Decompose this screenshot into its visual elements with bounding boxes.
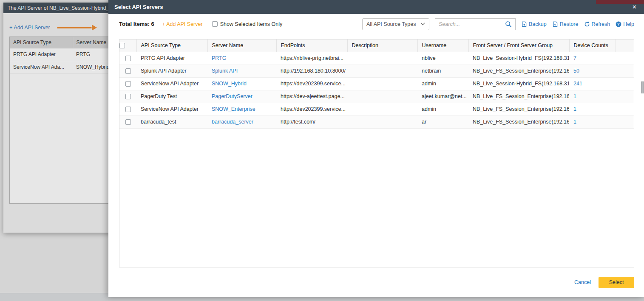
row-checkbox[interactable] — [125, 68, 131, 74]
api-source-type-filter-dropdown[interactable]: All API Source Types — [362, 18, 429, 30]
device-count-link[interactable]: 1 — [573, 106, 576, 112]
help-label: Help — [623, 21, 634, 27]
table-row[interactable]: Splunk API Adapter Splunk API http://192… — [119, 65, 634, 77]
col-description: Description — [347, 39, 417, 52]
table-row[interactable]: PagerDuty Test PagerDutyServer https://d… — [119, 90, 634, 103]
select-all-checkbox[interactable] — [119, 43, 125, 48]
cell-filler — [616, 77, 634, 90]
cell-source-type: barracuda_test — [136, 115, 207, 128]
col-api-source-type: API Source Type — [136, 39, 207, 52]
modal-titlebar: Select API Servers ✕ — [108, 0, 644, 14]
table-row[interactable]: barracuda_test barracuda_server http://t… — [119, 115, 634, 128]
restore-button[interactable]: Restore — [552, 21, 579, 27]
row-checkbox[interactable] — [125, 107, 131, 112]
server-name-link[interactable]: SNOW_Hybrid — [212, 81, 247, 87]
col-username: Username — [417, 39, 468, 52]
help-icon: ? — [616, 21, 621, 27]
device-count-link[interactable]: 1 — [573, 119, 576, 125]
device-count-link[interactable]: 1 — [573, 93, 576, 99]
close-icon[interactable]: ✕ — [632, 4, 637, 10]
cell-endpoints: http://test.com/ — [276, 115, 347, 128]
page-scrollbar-thumb[interactable] — [641, 82, 644, 93]
table-row[interactable]: ServiceNow API Adapter SNOW_Enterprise h… — [119, 103, 634, 115]
table-row[interactable]: ServiceNow API Adapter SNOW_Hybrid https… — [119, 77, 634, 90]
help-button[interactable]: ? Help — [616, 21, 634, 27]
cell-username: nblive — [417, 52, 468, 65]
col-filler — [616, 39, 634, 52]
cell-filler — [616, 52, 634, 65]
cell-description — [347, 77, 417, 90]
select-api-servers-modal: Select API Servers ✕ Total Items: 6 + Ad… — [108, 0, 644, 297]
total-items-label: Total Items: 6 — [119, 21, 154, 27]
cell-username: ajeet.kumar@net... — [417, 90, 468, 103]
refresh-label: Refresh — [592, 21, 610, 27]
cell-front-server: NB_Live_FS_Session_Enterprise(192.16... — [468, 65, 569, 77]
cell-description — [347, 52, 417, 65]
device-count-link[interactable]: 50 — [573, 68, 579, 74]
cell-endpoints: https://dev202399.service... — [276, 77, 347, 90]
refresh-button[interactable]: Refresh — [584, 21, 610, 27]
cell-front-server: NB_Live_Session-Hybrid_FS(192.168.31... — [468, 77, 569, 90]
row-checkbox[interactable] — [125, 56, 131, 61]
modal-title: Select API Servers — [114, 4, 163, 10]
row-checkbox[interactable] — [125, 81, 131, 87]
api-source-type-filter-value: All API Source Types — [366, 21, 416, 27]
device-count-link[interactable]: 241 — [573, 81, 582, 87]
search-icon[interactable] — [505, 21, 512, 28]
cell-front-server: NB_Live_Session-Hybrid_FS(192.168.31... — [468, 52, 569, 65]
col-front-server: Front Server / Front Server Group — [468, 39, 569, 52]
backup-label: Backup — [529, 21, 547, 27]
toolbar-right-group: All API Source Types Backup Restore Refr… — [362, 18, 634, 30]
col-endpoints: EndPoints — [276, 39, 347, 52]
cell-front-server: NB_Live_FS_Session_Enterprise(192.16... — [468, 115, 569, 128]
col-device-counts: Device Counts — [569, 39, 616, 52]
device-count-link[interactable]: 7 — [573, 55, 576, 61]
cell-username: netbrain — [417, 65, 468, 77]
search-input[interactable] — [439, 21, 502, 27]
cell-username: ar — [417, 115, 468, 128]
cell-username: admin — [417, 77, 468, 90]
show-selected-items-only-control: Show Selected Items Only — [212, 21, 283, 27]
cell-source-type: ServiceNow API Adapter — [136, 77, 207, 90]
refresh-icon — [584, 21, 590, 27]
cell-source-type: Splunk API Adapter — [136, 65, 207, 77]
row-checkbox[interactable] — [125, 119, 131, 125]
backup-icon — [521, 21, 527, 27]
cell-filler — [616, 90, 634, 103]
cell-filler — [616, 115, 634, 128]
cell-description — [347, 90, 417, 103]
cell-source-type: PagerDuty Test — [136, 90, 207, 103]
cell-source-type: ServiceNow API Adapter — [136, 103, 207, 115]
plus-icon: + — [162, 21, 165, 27]
server-name-link[interactable]: barracuda_server — [212, 119, 253, 125]
api-servers-table: API Source Type Server Name EndPoints De… — [119, 39, 634, 267]
backup-button[interactable]: Backup — [521, 21, 547, 27]
cell-source-type: PRTG API Adapter — [136, 52, 207, 65]
cell-endpoints: https://nblive-prtg.netbrai... — [276, 52, 347, 65]
table-row[interactable]: PRTG API Adapter PRTG https://nblive-prt… — [119, 52, 634, 65]
server-name-link[interactable]: PRTG — [212, 55, 227, 61]
restore-icon — [552, 21, 558, 27]
row-checkbox[interactable] — [125, 94, 131, 99]
cell-endpoints: http://192.168.180.10:8000/ — [276, 65, 347, 77]
add-api-server-button[interactable]: + Add API Server — [162, 21, 203, 27]
server-name-link[interactable]: Splunk API — [212, 68, 238, 74]
cell-endpoints: https://dev-ajeettest.page... — [276, 90, 347, 103]
table-header-row: API Source Type Server Name EndPoints De… — [119, 39, 634, 52]
server-name-link[interactable]: SNOW_Enterprise — [212, 106, 255, 112]
cell-front-server: NB_Live_FS_Session_Enterprise(192.16... — [468, 90, 569, 103]
restore-label: Restore — [560, 21, 579, 27]
cancel-button[interactable]: Cancel — [574, 279, 591, 285]
svg-text:?: ? — [617, 22, 620, 26]
server-name-link[interactable]: PagerDutyServer — [212, 93, 252, 99]
add-api-server-label: Add API Server — [166, 21, 202, 27]
search-box — [435, 18, 516, 30]
show-selected-label: Show Selected Items Only — [220, 21, 283, 27]
cell-front-server: NB_Live_FS_Session_Enterprise(192.16... — [468, 103, 569, 115]
show-selected-checkbox[interactable] — [212, 21, 218, 27]
modal-footer: Cancel Select — [108, 267, 644, 297]
modal-toolbar: Total Items: 6 + Add API Server Show Sel… — [108, 14, 644, 34]
select-button[interactable]: Select — [599, 277, 634, 288]
window-top-right-strip — [596, 0, 644, 4]
cell-endpoints: https://dev202399.service... — [276, 103, 347, 115]
